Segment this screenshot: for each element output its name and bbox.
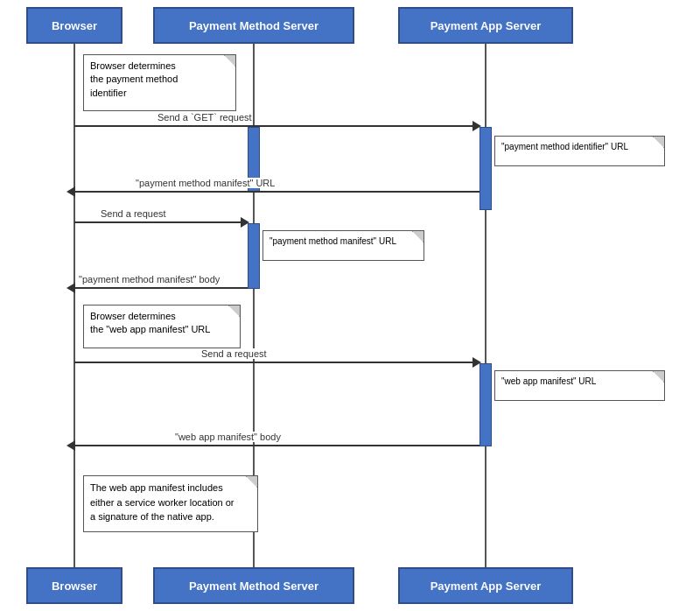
pas-header: Payment App Server: [398, 7, 573, 44]
arrow-send-req-1-label: Send a request: [101, 208, 166, 219]
note-pmm-url-pms: "payment method manifest" URL: [262, 230, 424, 261]
pas-activation-2: [480, 363, 492, 446]
arrow-wam-body-head: [66, 440, 75, 451]
pms-footer: Payment Method Server: [153, 567, 354, 604]
note-browser-determines: Browser determinesthe payment methodiden…: [83, 54, 236, 111]
arrow-get-request-line: [74, 125, 480, 127]
arrow-wam-body-label: "web app manifest" body: [175, 432, 281, 442]
pms-activation-2: [248, 223, 260, 289]
arrow-send-req-1-line: [74, 221, 248, 223]
arrow-send-req-2-head: [472, 357, 481, 368]
arrow-pmm-body-label: "payment method manifest" body: [79, 274, 220, 284]
arrow-pmm-url-line: [74, 191, 480, 193]
browser-header: Browser: [26, 7, 122, 44]
sequence-diagram: Browser Payment Method Server Payment Ap…: [0, 0, 700, 611]
arrow-pmm-body-head: [66, 283, 75, 293]
note-webapp-url: "web app manifest" URL: [494, 370, 665, 401]
arrow-wam-body-line: [74, 445, 480, 446]
arrow-get-request-label: Send a `GET` request: [158, 112, 252, 123]
arrow-get-request-head: [472, 121, 481, 131]
pas-footer: Payment App Server: [398, 567, 573, 604]
note-browser-determines-webapp: Browser determinesthe "web app manifest"…: [83, 305, 241, 348]
note-payment-method-identifier-url: "payment method identifier" URL: [494, 136, 665, 166]
arrow-send-req-2-label: Send a request: [201, 348, 267, 359]
pas-lifeline: [485, 44, 486, 567]
arrow-pmm-url-label: "payment method manifest" URL: [136, 178, 275, 188]
arrow-send-req-2-line: [74, 362, 480, 363]
browser-lifeline: [74, 44, 75, 567]
pas-activation-1: [480, 127, 492, 210]
arrow-pmm-url-head: [66, 186, 75, 197]
note-webapp-manifest-includes: The web app manifest includeseither a se…: [83, 475, 258, 532]
browser-footer: Browser: [26, 567, 122, 604]
arrow-pmm-body-line: [74, 287, 248, 289]
pms-header: Payment Method Server: [153, 7, 354, 44]
arrow-send-req-1-head: [241, 217, 249, 228]
